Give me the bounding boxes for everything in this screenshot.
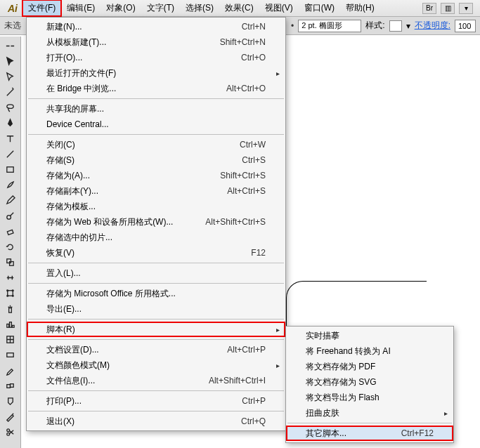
- script-submenu-item-2[interactable]: 将文档存储为 PDF: [286, 359, 453, 374]
- file-menu-item-16[interactable]: 恢复(V)F12: [27, 245, 285, 261]
- menu-view[interactable]: 视图(V): [259, 0, 299, 16]
- opacity-field[interactable]: 100: [455, 20, 476, 32]
- gradient-tool[interactable]: [2, 347, 19, 362]
- menu-object[interactable]: 对象(O): [100, 0, 141, 16]
- file-menu-item-0[interactable]: 新建(N)...Ctrl+N: [27, 19, 285, 34]
- menu-item-shortcut: Alt+Ctrl+P: [227, 345, 266, 355]
- menu-separator: [28, 339, 284, 340]
- script-submenu-item-3[interactable]: 将文档存储为 SVG: [286, 374, 453, 390]
- lasso-tool[interactable]: [2, 100, 19, 115]
- menu-item-shortcut: Shift+Ctrl+N: [220, 37, 266, 47]
- menu-help[interactable]: 帮助(H): [340, 0, 380, 16]
- script-submenu-item-1[interactable]: 将 Freehand 转换为 AI: [286, 343, 453, 359]
- menu-window[interactable]: 窗口(W): [299, 0, 340, 16]
- magic-wand-tool[interactable]: [2, 84, 19, 100]
- free-transform-tool[interactable]: [2, 285, 19, 301]
- menu-item-shortcut: Ctrl+O: [241, 53, 266, 62]
- bridge-button[interactable]: Br: [422, 3, 436, 14]
- symbol-sprayer-tool[interactable]: [2, 301, 19, 316]
- file-menu-item-15[interactable]: 存储选中的切片...: [27, 230, 285, 245]
- file-menu-item-20[interactable]: 存储为 Microsoft Office 所用格式...: [27, 286, 285, 301]
- script-submenu-item-5[interactable]: 扭曲皮肤: [286, 405, 453, 421]
- script-submenu-item-7[interactable]: 其它脚本...Ctrl+F12: [286, 426, 453, 441]
- arrange-button[interactable]: ▥: [441, 3, 455, 14]
- rectangle-tool[interactable]: [2, 162, 19, 177]
- file-menu-item-11[interactable]: 存储为(A)...Shift+Ctrl+S: [27, 168, 285, 183]
- submenu-item-label: 将 Freehand 转换为 AI: [306, 345, 391, 357]
- file-menu-item-31[interactable]: 退出(X)Ctrl+Q: [27, 414, 285, 429]
- submenu-item-label: 实时描摹: [306, 330, 339, 342]
- svg-point-0: [7, 104, 13, 108]
- file-menu-item-10[interactable]: 存储(S)Ctrl+S: [27, 152, 285, 168]
- style-swatch[interactable]: [389, 20, 402, 32]
- type-tool[interactable]: [2, 131, 19, 146]
- menu-item-label: 存储为(A)...: [46, 170, 90, 182]
- file-menu-item-4[interactable]: 在 Bridge 中浏览...Alt+Ctrl+O: [27, 81, 285, 96]
- script-submenu-item-4[interactable]: 将文档导出为 Flash: [286, 390, 453, 405]
- file-menu-item-29[interactable]: 打印(P)...Ctrl+P: [27, 393, 285, 409]
- file-menu-item-13[interactable]: 存储为模板...: [27, 199, 285, 214]
- script-submenu-item-0[interactable]: 实时描摹: [286, 328, 453, 343]
- file-menu-item-12[interactable]: 存储副本(Y)...Alt+Ctrl+S: [27, 183, 285, 199]
- line-tool[interactable]: [2, 146, 19, 162]
- submenu-item-shortcut: Ctrl+F12: [401, 428, 434, 438]
- svg-point-20: [7, 433, 10, 435]
- pen-tool[interactable]: [2, 115, 19, 131]
- menu-separator: [28, 134, 284, 135]
- toolbox-collapse-icon[interactable]: [2, 38, 19, 53]
- menu-file[interactable]: 文件(F): [22, 0, 61, 16]
- direct-selection-tool[interactable]: [2, 69, 19, 84]
- scale-tool[interactable]: [2, 254, 19, 270]
- eraser-tool[interactable]: [2, 223, 19, 239]
- column-graph-tool[interactable]: [2, 316, 19, 331]
- eyedropper-tool[interactable]: [2, 362, 19, 378]
- file-menu-item-27[interactable]: 文件信息(I)...Alt+Shift+Ctrl+I: [27, 373, 285, 388]
- menu-item-label: 存储(S): [46, 154, 74, 166]
- file-menu-item-26[interactable]: 文档颜色模式(M): [27, 357, 285, 373]
- file-menu-item-3[interactable]: 最近打开的文件(F): [27, 65, 285, 81]
- menu-type[interactable]: 文字(T): [141, 0, 180, 16]
- menu-edit[interactable]: 编辑(E): [61, 0, 100, 16]
- file-menu-item-14[interactable]: 存储为 Web 和设备所用格式(W)...Alt+Shift+Ctrl+S: [27, 214, 285, 230]
- opacity-label[interactable]: 不透明度:: [415, 20, 450, 32]
- width-tool[interactable]: [2, 270, 19, 285]
- selection-status: 未选: [4, 20, 21, 32]
- menu-item-label: 最近打开的文件(F): [46, 67, 116, 79]
- menu-separator: [28, 390, 284, 391]
- menu-item-label: 存储副本(Y)...: [46, 185, 98, 197]
- file-menu-item-1[interactable]: 从模板新建(T)...Shift+Ctrl+N: [27, 34, 285, 50]
- svg-rect-18: [11, 383, 14, 387]
- file-menu-item-7[interactable]: Device Central...: [27, 117, 285, 132]
- menu-item-label: 导出(E)...: [46, 303, 82, 315]
- file-menu-item-6[interactable]: 共享我的屏幕...: [27, 101, 285, 117]
- menu-select[interactable]: 选择(S): [180, 0, 219, 16]
- menu-item-label: 文档颜色模式(M): [46, 360, 110, 371]
- svg-rect-12: [7, 324, 9, 327]
- file-menu-dropdown: 新建(N)...Ctrl+N从模板新建(T)...Shift+Ctrl+N打开(…: [26, 17, 286, 431]
- slice-tool[interactable]: [2, 409, 19, 424]
- paintbrush-tool[interactable]: [2, 177, 19, 192]
- pencil-tool[interactable]: [2, 192, 19, 208]
- blob-brush-tool[interactable]: [2, 208, 19, 223]
- file-menu-item-21[interactable]: 导出(E)...: [27, 301, 285, 317]
- rotate-tool[interactable]: [2, 239, 19, 254]
- selection-tool[interactable]: [2, 53, 19, 69]
- stroke-profile[interactable]: 2 pt. 椭圆形: [298, 20, 361, 32]
- menu-item-label: 存储为模板...: [46, 201, 96, 213]
- menu-item-shortcut: Alt+Shift+Ctrl+I: [209, 376, 266, 386]
- scissors-tool[interactable]: [2, 424, 19, 440]
- menu-effect[interactable]: 效果(C): [219, 0, 259, 16]
- mesh-tool[interactable]: [2, 331, 19, 347]
- file-menu-item-9[interactable]: 关闭(C)Ctrl+W: [27, 137, 285, 152]
- menu-item-shortcut: Ctrl+S: [242, 155, 266, 165]
- file-menu-item-23[interactable]: 脚本(R): [27, 322, 285, 337]
- menu-item-shortcut: Ctrl+N: [242, 22, 266, 32]
- blend-tool[interactable]: [2, 378, 19, 393]
- file-menu-item-25[interactable]: 文档设置(D)...Alt+Ctrl+P: [27, 342, 285, 357]
- file-menu-item-18[interactable]: 置入(L)...: [27, 265, 285, 281]
- menu-separator: [28, 319, 284, 319]
- file-menu-item-2[interactable]: 打开(O)...Ctrl+O: [27, 50, 285, 65]
- live-paint-tool[interactable]: [2, 393, 19, 409]
- menu-item-label: 新建(N)...: [46, 21, 82, 33]
- workspace-dropdown[interactable]: ▾: [459, 3, 473, 14]
